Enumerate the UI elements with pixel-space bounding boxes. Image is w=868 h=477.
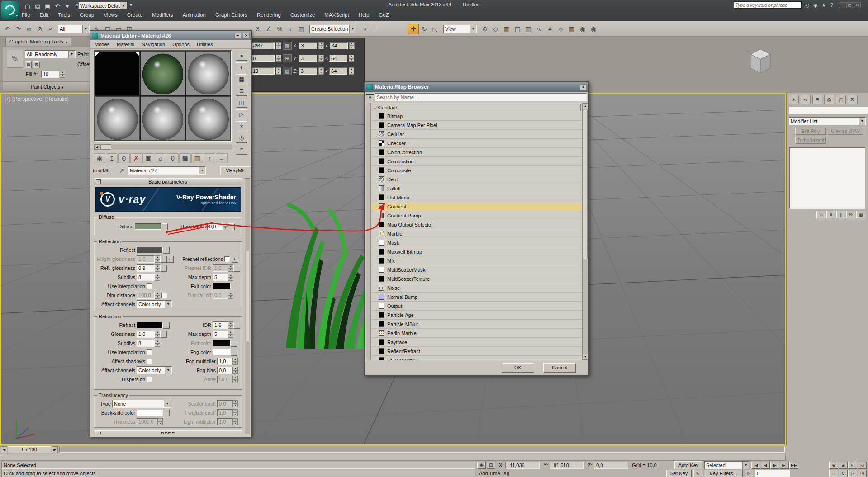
refl-max-depth-field[interactable]: 5 [213, 274, 228, 281]
link-icon[interactable]: ∞ [24, 24, 34, 34]
reflect-color-swatch[interactable] [137, 247, 163, 253]
refract-map-button[interactable] [163, 322, 170, 329]
fresnel-ior-field[interactable]: 1,6 [213, 264, 228, 272]
unlink-icon[interactable]: ⊘ [34, 24, 45, 34]
offset-x-field[interactable]: -267 [251, 42, 275, 49]
material-sample-slot[interactable] [95, 96, 140, 141]
sign-in-icon[interactable]: ◎ [803, 1, 811, 9]
map-list-item[interactable]: ColorCorrection [371, 148, 582, 157]
graphite-toggle-icon[interactable]: ▦ [523, 24, 534, 34]
help-icon[interactable]: ? [828, 1, 836, 9]
make-preview-icon[interactable]: ▷ [236, 109, 247, 119]
put-to-scene-icon[interactable]: ↥ [106, 153, 118, 163]
scatter-x-field[interactable]: 3 [299, 42, 317, 49]
go-to-start-icon[interactable]: |◀ [751, 462, 760, 469]
viewcube[interactable]: ⌂ [745, 47, 775, 79]
map-list-item[interactable]: Mask [371, 238, 582, 247]
paint-erase-icon[interactable]: ⊠ [33, 61, 40, 68]
named-selection-sets-dropdown[interactable]: Create Selection Se▼ [309, 25, 356, 33]
backside-color-swatch[interactable] [137, 410, 163, 416]
refl-exit-color-swatch[interactable] [213, 283, 231, 289]
map-list-item[interactable]: Bitmap [371, 112, 582, 121]
show-map-in-viewport-icon[interactable]: ▦ [179, 153, 191, 163]
configure-modifier-sets-icon[interactable]: ▦ [856, 211, 865, 218]
dispersion-checkbox[interactable] [147, 377, 152, 382]
menu-item[interactable]: File [22, 12, 30, 18]
refr-exit-color-swatch[interactable] [213, 340, 231, 346]
minimize-icon[interactable]: − [234, 33, 241, 38]
modify-tab-icon[interactable]: ∿ [801, 95, 811, 104]
selection-set-dropdown[interactable]: Selected▼ [704, 461, 749, 469]
scroll-down-icon[interactable]: ▼ [583, 354, 588, 360]
track-bar[interactable] [0, 454, 786, 461]
hilight-glossiness-field[interactable]: 1,0 [137, 255, 155, 263]
make-unique-icon[interactable]: ∥ [836, 211, 845, 218]
video-color-check-icon[interactable]: ◫ [236, 98, 247, 108]
material-sample-slot[interactable] [186, 51, 231, 95]
scatter-z-max-field[interactable]: 64 [329, 67, 347, 75]
paint-fill-icon[interactable]: ▦ [25, 61, 32, 68]
object-name-field[interactable] [789, 107, 868, 114]
set-key-button[interactable]: Set Key [666, 470, 692, 477]
go-to-end-icon[interactable]: ▶▶ [789, 462, 798, 469]
dim-falloff-field[interactable]: 0,0 [213, 292, 228, 299]
browser-scrollbar[interactable]: ▲ ▼ [582, 103, 588, 360]
keyboard-override-icon[interactable]: ▥ [501, 24, 512, 34]
menu-item[interactable]: MAXScript [324, 12, 349, 18]
menu-item[interactable]: Create [127, 12, 143, 18]
refl-affect-channels-dropdown[interactable]: Color only▼ [137, 300, 172, 308]
select-manipulate-icon[interactable]: ◇ [490, 24, 501, 34]
save-icon[interactable]: ▣ [43, 1, 52, 10]
ok-button[interactable]: OK [502, 363, 534, 373]
map-list-item[interactable]: MultiScatterTexture [371, 274, 582, 283]
slots-scrollbar[interactable]: ◀ [94, 144, 232, 150]
tab-graphite-modeling-tools[interactable]: Graphite Modeling Tools▾ [5, 38, 71, 46]
render-production-icon[interactable]: ◉ [577, 24, 588, 34]
fog-multiplier-field[interactable]: 1,0 [217, 358, 232, 365]
map-list-item[interactable]: Cellular [371, 130, 582, 139]
rotate-icon[interactable]: ↻ [419, 24, 430, 34]
zoom-region-icon[interactable]: ◱ [858, 462, 867, 469]
menu-item[interactable]: Customize [290, 12, 315, 18]
selection-filter-dropdown[interactable]: All▼ [58, 25, 90, 33]
infocenter-search-input[interactable] [734, 1, 802, 9]
refl-glossiness-field[interactable]: 0,9 [137, 264, 155, 272]
ior-field[interactable]: 1,6 [213, 321, 228, 329]
menu-item[interactable]: Help [359, 12, 370, 18]
scroll-left-icon[interactable]: ◀ [94, 144, 100, 150]
render-setup-icon[interactable]: ☼ [555, 24, 566, 34]
menu-item[interactable]: Views [104, 12, 117, 18]
menu-item[interactable]: Options [172, 42, 190, 47]
fill-count-spinner[interactable]: ▲▼ [60, 71, 65, 78]
menu-item[interactable]: Modifiers [152, 12, 173, 18]
prev-frame-icon[interactable]: ◀ [1, 446, 7, 453]
display-tab-icon[interactable]: ▢ [836, 95, 846, 104]
map-list-item[interactable]: Mix [371, 256, 582, 265]
abs-offset-toggle-icon[interactable]: ⊞ [487, 462, 495, 469]
refr-subdivs-field[interactable]: 8 [137, 340, 155, 347]
workspace-dropdown[interactable]: Workspace: Default▼ [78, 2, 127, 9]
brdf-rollout-header[interactable]: -BRDF [94, 430, 242, 434]
edit-poly-button[interactable]: Edit Poly [795, 128, 826, 135]
map-list-item[interactable]: Particle Age [371, 311, 582, 320]
current-frame-field[interactable]: 0 [755, 470, 790, 477]
map-list-item[interactable]: Noise [371, 283, 582, 293]
paint-fill-icon[interactable]: ▤ [283, 67, 292, 75]
menu-item[interactable]: Modes [95, 42, 109, 47]
key-filters-button[interactable]: Key Filters... [704, 470, 743, 477]
menu-item[interactable]: Animation [183, 12, 206, 18]
set-key-mode-icon[interactable]: ∿ [693, 470, 702, 477]
mirror-icon[interactable]: ◑ [359, 24, 370, 34]
refract-color-swatch[interactable] [137, 322, 163, 328]
edit-named-sets-icon[interactable]: ▦ [296, 24, 307, 34]
offset-z-field[interactable]: 13 [251, 67, 275, 75]
refl-subdivs-field[interactable]: 8 [137, 274, 155, 281]
reset-material-icon[interactable]: ✗ [130, 153, 142, 163]
fwd-bck-coeff-field[interactable]: 1,0 [217, 409, 232, 416]
abbe-field[interactable]: 50,0 [217, 376, 232, 383]
redo-icon[interactable]: ↷ [13, 24, 24, 34]
assign-to-selection-icon[interactable]: ⊙ [118, 153, 130, 163]
go-to-sibling-icon[interactable]: → [216, 153, 228, 163]
menu-item[interactable]: Material [117, 42, 134, 47]
viewport-label[interactable]: [+] [Perspective] [Realistic] [5, 96, 69, 102]
